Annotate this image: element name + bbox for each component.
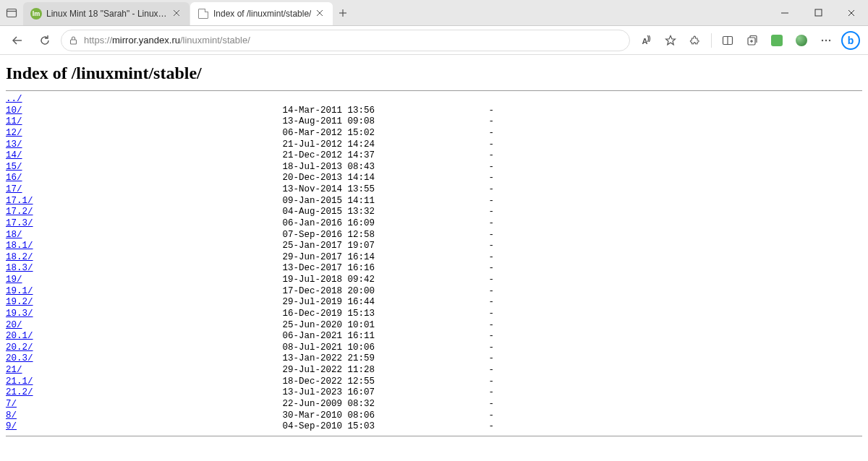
close-icon <box>847 9 856 17</box>
dir-link[interactable]: 15/ <box>6 162 22 172</box>
lock-icon <box>69 35 78 45</box>
collections-button[interactable] <box>741 29 764 52</box>
bing-button[interactable]: b <box>839 29 862 52</box>
dir-link[interactable]: 17.3/ <box>6 218 33 228</box>
dir-link[interactable]: 9/ <box>6 421 17 431</box>
browser-tab[interactable]: Index of /linuxmint/stable/ <box>190 2 333 25</box>
favorite-button[interactable] <box>659 29 682 52</box>
dir-link[interactable]: 19/ <box>6 275 22 285</box>
directory-listing: ../ 10/ 14-Mar-2011 13:56 - 11/ 13-Aug-2… <box>6 94 862 433</box>
reader-mode-button[interactable]: A)) <box>634 29 658 52</box>
globe-icon <box>796 35 807 46</box>
star-icon <box>665 35 676 46</box>
address-url: https://mirror.yandex.ru/linuxmint/stabl… <box>84 35 250 46</box>
dir-link[interactable]: 14/ <box>6 150 22 160</box>
close-window-button[interactable] <box>835 0 868 26</box>
dir-link[interactable]: 20.3/ <box>6 353 33 363</box>
split-screen-button[interactable] <box>716 29 739 52</box>
tab-panel-icon <box>6 7 17 19</box>
close-icon <box>315 9 324 17</box>
dir-link[interactable]: 19.2/ <box>6 297 33 307</box>
dir-link[interactable]: 17.1/ <box>6 196 33 206</box>
dots-icon <box>820 35 832 46</box>
page-content: Index of /linuxmint/stable/ ../ 10/ 14-M… <box>0 55 868 445</box>
dir-link[interactable]: 13/ <box>6 139 22 150</box>
toolbar: https://mirror.yandex.ru/linuxmint/stabl… <box>0 26 868 55</box>
maximize-icon <box>814 9 822 17</box>
address-bar[interactable]: https://mirror.yandex.ru/linuxmint/stabl… <box>61 30 630 51</box>
back-button[interactable] <box>6 29 29 52</box>
collections-icon <box>746 35 758 46</box>
dir-link[interactable]: 17.2/ <box>6 207 33 217</box>
bing-icon: b <box>841 31 860 50</box>
arrow-left-icon <box>11 34 24 47</box>
extension-badge-icon <box>771 35 783 46</box>
dir-link[interactable]: 19.3/ <box>6 309 33 319</box>
page-title: Index of /linuxmint/stable/ <box>6 64 862 83</box>
dir-link[interactable]: 16/ <box>6 173 22 183</box>
split-icon <box>722 35 733 46</box>
svg-marker-14 <box>666 35 676 44</box>
dir-link[interactable]: 21.1/ <box>6 376 33 387</box>
extensions-button[interactable] <box>684 29 707 52</box>
tab-title: Linux Mint 18 "Sarah" - Linux Min <box>46 9 168 19</box>
dir-link[interactable]: 11/ <box>6 116 22 126</box>
page-favicon <box>197 8 209 20</box>
dir-link[interactable]: 20.2/ <box>6 342 33 353</box>
parent-dir-link[interactable]: ../ <box>6 94 22 104</box>
dir-link[interactable]: 18.1/ <box>6 241 33 251</box>
dir-link[interactable]: 7/ <box>6 399 17 409</box>
tab-strip: lmLinux Mint 18 "Sarah" - Linux MinIndex… <box>23 0 333 25</box>
mint-favicon: lm <box>30 8 42 20</box>
divider-bottom <box>6 436 862 436</box>
titlebar: lmLinux Mint 18 "Sarah" - Linux MinIndex… <box>0 0 868 26</box>
svg-point-21 <box>825 39 827 40</box>
puzzle-icon <box>689 35 701 46</box>
svg-rect-13 <box>71 40 77 44</box>
dir-link[interactable]: 21.2/ <box>6 387 33 397</box>
dir-link[interactable]: 8/ <box>6 410 17 421</box>
divider-top <box>6 90 862 91</box>
browser-tab[interactable]: lmLinux Mint 18 "Sarah" - Linux Min <box>23 2 190 25</box>
dir-link[interactable]: 18/ <box>6 230 22 240</box>
more-button[interactable] <box>814 29 838 52</box>
close-icon <box>172 9 181 17</box>
dir-link[interactable]: 18.2/ <box>6 252 33 262</box>
reader-icon: A)) <box>642 35 650 46</box>
tab-actions-button[interactable] <box>0 0 23 25</box>
svg-point-20 <box>822 39 823 40</box>
tab-close-button[interactable] <box>172 9 182 19</box>
tab-title: Index of /linuxmint/stable/ <box>213 9 311 19</box>
toolbar-separator <box>711 33 712 48</box>
dir-link[interactable]: 20.1/ <box>6 331 33 341</box>
dir-link[interactable]: 19.1/ <box>6 286 33 296</box>
minimize-button[interactable] <box>768 0 801 26</box>
svg-point-22 <box>829 39 830 40</box>
dir-link[interactable]: 20/ <box>6 320 22 330</box>
refresh-button[interactable] <box>33 29 56 52</box>
window-controls <box>768 0 868 25</box>
dir-link[interactable]: 10/ <box>6 105 22 116</box>
dir-link[interactable]: 18.3/ <box>6 263 33 273</box>
extension-2-button[interactable] <box>790 29 813 52</box>
extension-1-button[interactable] <box>765 29 788 52</box>
maximize-button[interactable] <box>801 0 835 26</box>
svg-rect-0 <box>7 9 17 17</box>
plus-icon <box>338 8 348 18</box>
new-tab-button[interactable] <box>333 0 353 25</box>
dir-link[interactable]: 21/ <box>6 365 22 375</box>
refresh-icon <box>39 35 51 46</box>
minimize-icon <box>780 9 789 17</box>
svg-rect-9 <box>815 9 822 16</box>
dir-link[interactable]: 17/ <box>6 184 22 194</box>
tab-close-button[interactable] <box>315 9 326 19</box>
dir-link[interactable]: 12/ <box>6 128 22 138</box>
toolbar-right: A)) b <box>634 29 862 52</box>
